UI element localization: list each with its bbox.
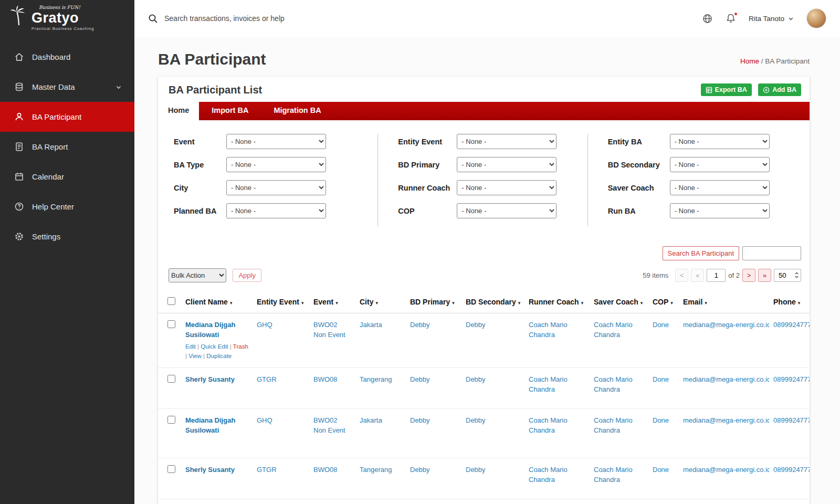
column-header[interactable]: Phone▾ bbox=[769, 292, 810, 313]
sidebar-item-calendar[interactable]: Calendar bbox=[0, 162, 134, 192]
breadcrumb-separator: / bbox=[761, 57, 763, 65]
sort-caret-icon: ▾ bbox=[452, 300, 455, 306]
filter-runner-coach-select[interactable]: - None - bbox=[457, 180, 556, 195]
client-name-link[interactable]: Sherly Susanty bbox=[185, 466, 235, 474]
column-header[interactable]: BD Primary▾ bbox=[406, 292, 461, 313]
bell-icon[interactable] bbox=[726, 13, 736, 24]
calendar-icon bbox=[14, 172, 24, 182]
bulk-action-select[interactable]: Bulk Action bbox=[169, 268, 226, 282]
cell-entity-event: GTGR bbox=[253, 458, 309, 499]
cell-email: mediana@mega-energi.co.id bbox=[679, 499, 769, 504]
column-header[interactable]: Client Name▾ bbox=[181, 292, 253, 313]
sidebar-item-master-data[interactable]: Master Data bbox=[0, 72, 134, 102]
sidebar-item-label: BA Report bbox=[32, 142, 68, 151]
search-ba-participant-input[interactable] bbox=[742, 246, 801, 260]
row-checkbox[interactable] bbox=[167, 465, 175, 473]
column-header[interactable]: COP▾ bbox=[648, 292, 679, 313]
sidebar-item-label: Calendar bbox=[32, 172, 64, 181]
page-size-input[interactable] bbox=[774, 269, 801, 282]
cell-event: BWO02Non Event bbox=[309, 409, 355, 458]
cell-bd-secondary: Debby bbox=[461, 313, 524, 368]
table-body: Mediana Dijgah SusilowatiEdit | Quick Ed… bbox=[158, 313, 810, 504]
row-checkbox[interactable] bbox=[167, 320, 175, 328]
avatar[interactable] bbox=[806, 8, 826, 28]
cell-email: mediana@mega-energi.co.id bbox=[679, 409, 769, 458]
sort-caret-icon: ▾ bbox=[705, 300, 707, 306]
filter-event-select[interactable]: - None - bbox=[226, 134, 326, 149]
cell-saver-coach: Coach Mario Chandra bbox=[590, 499, 648, 504]
export-ba-button[interactable]: Export BA bbox=[701, 83, 752, 96]
sidebar-item-settings[interactable]: Settings bbox=[0, 222, 134, 251]
cell-saver-coach: Coach Mario Chandra bbox=[590, 368, 648, 409]
column-header[interactable]: Entity Event▾ bbox=[253, 292, 309, 313]
filter-run-ba-select[interactable]: - None - bbox=[670, 203, 770, 218]
filter-entity-event-select[interactable]: - None - bbox=[457, 134, 556, 149]
email-link[interactable]: mediana@mega-energi.co.id bbox=[683, 466, 769, 474]
apply-button[interactable]: Apply bbox=[233, 269, 261, 282]
email-link[interactable]: mediana@mega-energi.co.id bbox=[683, 416, 769, 424]
cell-runner-coach: Coach Mario Chandra bbox=[524, 409, 590, 458]
filter-saver-coach-select[interactable]: - None - bbox=[670, 180, 770, 195]
row-action-edit[interactable]: Edit bbox=[185, 343, 196, 350]
sort-caret-icon: ▾ bbox=[230, 300, 233, 306]
filter-planned-ba-select[interactable]: - None - bbox=[226, 203, 326, 218]
column-header[interactable]: BD Secondary▾ bbox=[461, 292, 524, 313]
user-menu[interactable]: Rita Tanoto bbox=[749, 15, 794, 23]
filter-bd-secondary-select[interactable]: - None - bbox=[670, 157, 770, 172]
ba-participant-card: BA Participant List Export BA bbox=[158, 77, 810, 504]
row-action-quick-edit[interactable]: Quick Edit bbox=[201, 343, 228, 350]
cell-bd-secondary: Debby bbox=[461, 458, 524, 499]
globe-icon[interactable] bbox=[702, 13, 713, 24]
filter-city-select[interactable]: - None - bbox=[226, 180, 326, 195]
tab-migration-ba[interactable]: Migration BA bbox=[261, 102, 333, 120]
filter-event: Event - None - bbox=[174, 134, 363, 149]
cell-runner-coach: Coach Mario Chandra bbox=[524, 499, 590, 504]
row-checkbox[interactable] bbox=[167, 375, 175, 383]
tab-home[interactable]: Home bbox=[158, 102, 199, 120]
row-action-duplicate[interactable]: Duplicate bbox=[206, 353, 232, 359]
search-ba-participant-button[interactable]: Search BA Participant bbox=[663, 246, 739, 260]
email-link[interactable]: mediana@mega-energi.co.id bbox=[683, 321, 769, 329]
sidebar: Business is FUN! Gratyo Practical Busine… bbox=[0, 0, 134, 504]
sidebar-item-ba-report[interactable]: BA Report bbox=[0, 132, 134, 162]
sidebar-item-dashboard[interactable]: Dashboard bbox=[0, 42, 134, 72]
row-checkbox[interactable] bbox=[167, 416, 175, 424]
prev-page-button[interactable]: < bbox=[675, 269, 688, 282]
logo-name: Gratyo bbox=[32, 11, 94, 25]
sidebar-item-help-center[interactable]: Help Center bbox=[0, 192, 134, 222]
table-row: Mediana Dijgah SusilowatiGHQBWO02Non Eve… bbox=[158, 499, 810, 504]
sidebar-item-ba-participant[interactable]: BA Participant bbox=[0, 102, 134, 132]
breadcrumb-home-link[interactable]: Home bbox=[740, 57, 759, 65]
filter-cop-select[interactable]: - None - bbox=[457, 203, 556, 218]
tab-import-ba[interactable]: Import BA bbox=[199, 102, 261, 120]
add-ba-button[interactable]: Add BA bbox=[758, 83, 801, 96]
person-icon bbox=[14, 112, 24, 122]
select-all-checkbox[interactable] bbox=[167, 297, 175, 305]
report-icon bbox=[14, 142, 24, 152]
email-link[interactable]: mediana@mega-energi.co.id bbox=[683, 375, 769, 383]
filter-bd-primary-select[interactable]: - None - bbox=[457, 157, 556, 172]
filter-entity-ba-select[interactable]: - None - bbox=[670, 134, 770, 149]
client-name-link[interactable]: Sherly Susanty bbox=[185, 375, 235, 383]
next-page-button[interactable]: > bbox=[742, 269, 755, 282]
row-action-trash[interactable]: Trash bbox=[233, 343, 248, 350]
column-header[interactable]: Event▾ bbox=[309, 292, 355, 313]
column-header[interactable]: Email▾ bbox=[679, 292, 769, 313]
column-header[interactable]: City▾ bbox=[355, 292, 406, 313]
filter-ba-type-select[interactable]: - None - bbox=[226, 157, 326, 172]
search-icon bbox=[148, 14, 158, 24]
column-header[interactable]: Saver Coach▾ bbox=[590, 292, 648, 313]
global-search-input[interactable] bbox=[164, 14, 686, 23]
client-name-link[interactable]: Mediana Dijgah Susilowati bbox=[185, 416, 235, 434]
page-number-input[interactable] bbox=[707, 269, 726, 282]
first-page-button[interactable]: « bbox=[691, 269, 704, 282]
client-name-link[interactable]: Mediana Dijgah Susilowati bbox=[185, 321, 235, 339]
sort-caret-icon: ▾ bbox=[798, 300, 801, 306]
last-page-button[interactable]: » bbox=[758, 269, 771, 282]
logo[interactable]: Business is FUN! Gratyo Practical Busine… bbox=[0, 0, 134, 38]
home-icon bbox=[14, 52, 24, 62]
column-header[interactable]: Runner Coach▾ bbox=[524, 292, 590, 313]
row-action-view[interactable]: View bbox=[188, 353, 202, 359]
table-row: Mediana Dijgah SusilowatiEdit | Quick Ed… bbox=[158, 313, 810, 368]
cell-city: Jakarta bbox=[355, 313, 406, 368]
